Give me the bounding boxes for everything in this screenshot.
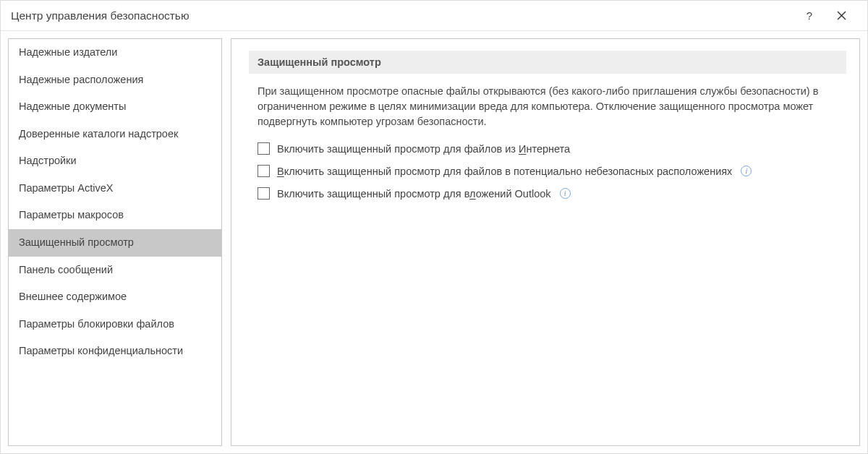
sidebar-item[interactable]: Доверенные каталоги надстроек <box>9 121 221 148</box>
sidebar-item-label: Параметры блокировки файлов <box>19 318 174 330</box>
dialog-body: Надежные издателиНадежные расположенияНа… <box>1 31 867 453</box>
protected-view-option: Включить защищенный просмотр для вложени… <box>249 184 846 207</box>
sidebar-item-label: Панель сообщений <box>19 264 113 275</box>
sidebar-item-label: Защищенный просмотр <box>19 236 134 248</box>
checkbox[interactable] <box>258 142 270 155</box>
sidebar-item-label: Параметры ActiveX <box>19 182 113 194</box>
sidebar-item[interactable]: Защищенный просмотр <box>9 229 221 257</box>
close-icon <box>837 11 846 20</box>
main-panel: Защищенный просмотр При защищенном просм… <box>231 38 860 446</box>
info-icon[interactable]: i <box>741 166 752 176</box>
sidebar-item-label: Доверенные каталоги надстроек <box>19 128 178 140</box>
sidebar-item-label: Параметры макросов <box>19 209 124 220</box>
help-icon: ? <box>807 9 812 22</box>
protected-view-option: Включить защищенный просмотр для файлов … <box>249 162 846 184</box>
close-button[interactable] <box>825 1 857 31</box>
trust-center-dialog: Центр управления безопасностью ? Надежны… <box>0 0 868 454</box>
sidebar-item[interactable]: Параметры конфиденциальности <box>9 338 221 365</box>
sidebar-item[interactable]: Надежные издатели <box>9 39 221 67</box>
option-label[interactable]: Включить защищенный просмотр для вложени… <box>277 188 551 200</box>
sidebar-item-label: Надежные документы <box>19 100 126 112</box>
category-sidebar: Надежные издателиНадежные расположенияНа… <box>8 38 222 446</box>
section-header: Защищенный просмотр <box>249 51 846 74</box>
sidebar-item[interactable]: Внешнее содержимое <box>9 283 221 311</box>
titlebar: Центр управления безопасностью ? <box>1 1 867 31</box>
option-label[interactable]: Включить защищенный просмотр для файлов … <box>277 166 732 177</box>
sidebar-item-label: Надстройки <box>19 155 77 166</box>
info-icon[interactable]: i <box>560 188 571 199</box>
sidebar-item[interactable]: Параметры ActiveX <box>9 175 221 202</box>
sidebar-item[interactable]: Надежные расположения <box>9 67 221 94</box>
protected-view-option: Включить защищенный просмотр для файлов … <box>249 140 846 162</box>
sidebar-item-label: Надежные издатели <box>19 46 117 58</box>
sidebar-item[interactable]: Надстройки <box>9 147 221 175</box>
sidebar-item[interactable]: Надежные документы <box>9 93 221 121</box>
sidebar-item[interactable]: Параметры макросов <box>9 202 221 229</box>
section-description: При защищенном просмотре опасные файлы о… <box>249 84 846 140</box>
options-group: Включить защищенный просмотр для файлов … <box>249 140 846 207</box>
sidebar-item[interactable]: Панель сообщений <box>9 257 221 284</box>
sidebar-item-label: Параметры конфиденциальности <box>19 345 183 356</box>
dialog-title: Центр управления безопасностью <box>11 9 190 22</box>
sidebar-item-label: Внешнее содержимое <box>19 291 127 302</box>
checkbox[interactable] <box>258 187 270 200</box>
checkbox[interactable] <box>258 165 270 177</box>
option-label[interactable]: Включить защищенный просмотр для файлов … <box>277 143 570 155</box>
sidebar-item-label: Надежные расположения <box>19 74 143 85</box>
help-button[interactable]: ? <box>793 1 825 31</box>
sidebar-item[interactable]: Параметры блокировки файлов <box>9 311 221 338</box>
